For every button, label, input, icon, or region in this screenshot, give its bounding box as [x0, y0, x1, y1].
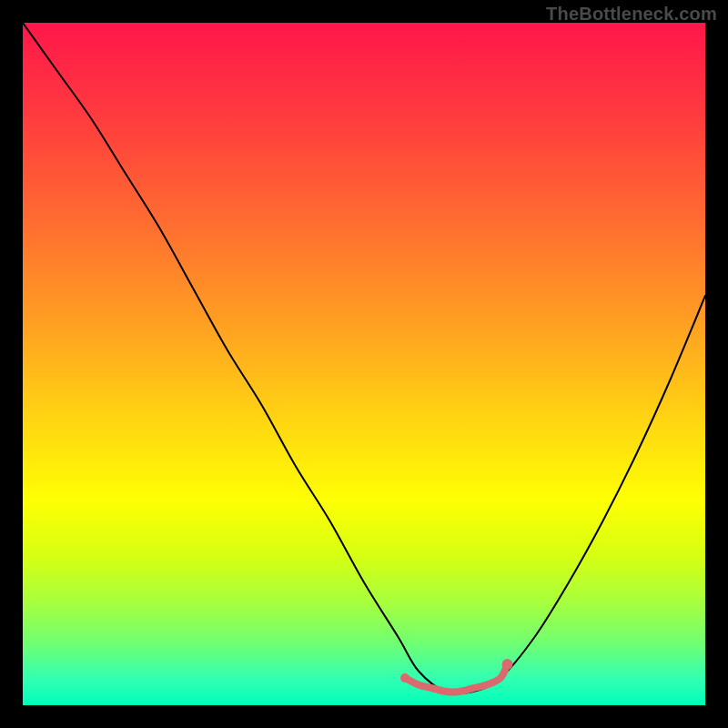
chart-container: TheBottleneck.com: [0, 0, 728, 728]
gradient-background: [23, 23, 705, 705]
endpoint-marker: [400, 673, 410, 682]
endpoint-marker: [502, 659, 513, 670]
watermark-text: TheBottleneck.com: [546, 4, 717, 25]
chart-svg: [23, 23, 705, 705]
plot-area: [23, 23, 705, 705]
